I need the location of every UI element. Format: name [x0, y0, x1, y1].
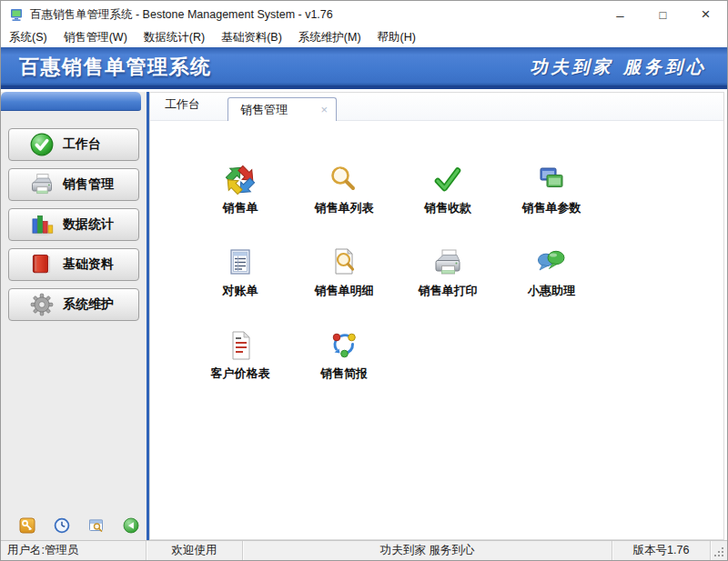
sidebar-item-label: 工作台 [63, 136, 101, 153]
price-list-icon [224, 329, 257, 362]
green-check-icon [431, 164, 464, 196]
sidebar-item-statistics[interactable]: 数据统计 [8, 208, 139, 241]
statement-table-icon [224, 246, 257, 279]
status-username: 用户名:管理员 [1, 541, 147, 560]
banner-slogan: 功夫到家 服务到心 [530, 55, 707, 79]
sidebar-item-label: 数据统计 [63, 216, 114, 233]
sidebar-footer-toolbar [1, 516, 147, 536]
back-icon[interactable] [123, 517, 139, 534]
shortcut-customer-price-list[interactable]: 客户价格表 [188, 327, 292, 410]
cycle-arrows-icon [224, 164, 257, 196]
shortcut-grid: 销售单 销售单列表 销售收款 [188, 162, 603, 410]
check-circle-icon [29, 132, 55, 157]
shortcut-statement[interactable]: 对账单 [188, 245, 292, 327]
status-slogan: 功夫到家 服务到心 [243, 541, 612, 560]
menu-help[interactable]: 帮助(H) [369, 28, 424, 47]
maximize-button[interactable]: □ [642, 1, 684, 28]
shortcut-label: 小惠助理 [528, 283, 575, 299]
shortcut-sales-order-list[interactable]: 销售单列表 [292, 162, 396, 245]
gear-icon [29, 292, 55, 317]
shortcut-assistant[interactable]: 小惠助理 [500, 245, 603, 327]
sidebar-item-sales-management[interactable]: 销售管理 [8, 168, 139, 201]
tab-strip: 工作台 销售管理 × [150, 93, 723, 121]
magnifier-icon [328, 164, 360, 196]
menu-statistics[interactable]: 数据统计(R) [136, 28, 213, 47]
shortcut-label: 销售单打印 [419, 283, 478, 299]
tab-label: 销售管理 [240, 102, 288, 118]
sidebar-item-label: 系统维护 [63, 296, 114, 313]
sidebar-item-label: 销售管理 [63, 176, 114, 193]
cycle-report-icon [328, 329, 360, 362]
tab-sales-management[interactable]: 销售管理 × [228, 97, 337, 121]
shortcut-sales-order-detail[interactable]: 销售单明细 [292, 245, 396, 327]
shortcut-sales-order-params[interactable]: 销售单参数 [500, 162, 603, 245]
sidebar-item-basic-data[interactable]: 基础资料 [8, 248, 139, 281]
menu-system[interactable]: 系统(S) [1, 28, 56, 47]
window-controls: – □ × [599, 1, 727, 28]
doc-magnifier-icon [328, 246, 360, 279]
shortcut-label: 销售单参数 [522, 200, 581, 216]
application-window: 百惠销售单管理系统 - Bestone Management System - … [0, 0, 728, 561]
red-book-icon [29, 252, 55, 277]
shortcut-label: 销售单列表 [315, 200, 374, 216]
shortcut-sales-order-print[interactable]: 销售单打印 [396, 245, 500, 327]
sidebar-item-label: 基础资料 [63, 256, 114, 273]
printer-icon [431, 246, 464, 279]
sidebar: 工作台 销售管理 数 [1, 92, 149, 540]
clock-icon[interactable] [54, 517, 70, 534]
sidebar-item-workbench[interactable]: 工作台 [8, 128, 139, 161]
banner: 百惠销售单管理系统 功夫到家 服务到心 [1, 47, 727, 89]
tab-close-icon[interactable]: × [320, 104, 328, 115]
sidebar-item-maintenance[interactable]: 系统维护 [8, 288, 139, 321]
shortcut-label: 销售简报 [320, 366, 368, 382]
status-welcome: 欢迎使用 [147, 541, 243, 560]
shortcut-sales-report[interactable]: 销售简报 [292, 327, 396, 410]
app-logo-icon [9, 7, 24, 22]
status-version: 版本号1.76 [612, 541, 711, 560]
shortcut-label: 对账单 [223, 283, 258, 299]
tab-workbench[interactable]: 工作台 [165, 91, 207, 120]
status-bar: 用户名:管理员 欢迎使用 功夫到家 服务到心 版本号1.76 [1, 540, 727, 560]
close-button[interactable]: × [684, 1, 727, 28]
shortcut-sales-receipt[interactable]: 销售收款 [396, 162, 500, 245]
shortcut-label: 销售单明细 [315, 283, 374, 299]
menu-basic-data[interactable]: 基础资料(B) [213, 28, 290, 47]
resize-grip[interactable] [722, 555, 723, 556]
stacked-panels-icon [535, 164, 568, 196]
menu-maintenance[interactable]: 系统维护(M) [290, 28, 369, 47]
sidebar-header [1, 92, 141, 111]
window-title: 百惠销售单管理系统 - Bestone Management System - … [30, 7, 333, 23]
menu-bar: 系统(S) 销售管理(W) 数据统计(R) 基础资料(B) 系统维护(M) 帮助… [1, 28, 727, 47]
minimize-button[interactable]: – [599, 1, 642, 28]
menu-sales[interactable]: 销售管理(W) [56, 28, 136, 47]
shortcut-sales-order[interactable]: 销售单 [188, 162, 292, 245]
shortcut-label: 客户价格表 [211, 366, 270, 382]
chat-bubbles-icon [535, 246, 568, 279]
printer-icon [29, 172, 55, 197]
title-bar: 百惠销售单管理系统 - Bestone Management System - … [1, 1, 727, 28]
main-panel: 工作台 销售管理 × 销售单 [149, 92, 724, 540]
preview-window-icon[interactable] [88, 517, 105, 534]
banner-title: 百惠销售单管理系统 [19, 54, 212, 81]
shortcut-label: 销售单 [223, 200, 258, 216]
bar-chart-icon [29, 212, 55, 237]
shortcut-label: 销售收款 [424, 200, 471, 216]
key-icon[interactable] [19, 517, 35, 534]
